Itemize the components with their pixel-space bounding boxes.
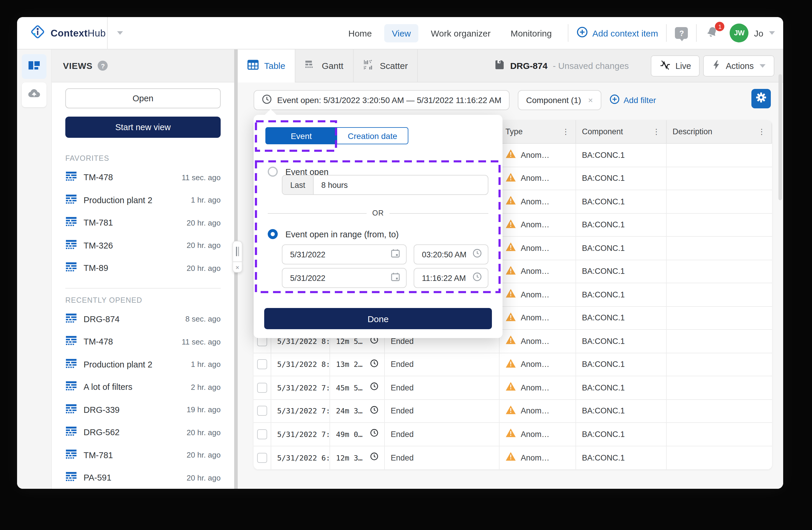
row-checkbox[interactable] (257, 429, 267, 439)
clock-icon[interactable] (473, 272, 482, 284)
to-time-input[interactable]: 11:16:22 AM (414, 268, 488, 288)
recent-item[interactable]: TM-781 20 hr. ago (65, 444, 221, 466)
event-open-date: 5/31/2022 8:06… (277, 360, 330, 369)
done-button[interactable]: Done (264, 308, 492, 329)
row-checkbox[interactable] (257, 360, 267, 369)
column-label: Type (505, 127, 523, 136)
table-row[interactable]: 5/31/2022 6:38… 12m 3… Ended Anom… BA:CO… (253, 446, 772, 469)
table-row[interactable]: 5/31/2022 7:07… 45m 5… Ended Anom… BA:CO… (253, 376, 772, 400)
warning-icon (505, 196, 516, 208)
open-view-button[interactable]: Open (65, 88, 221, 108)
table-settings-button[interactable] (751, 89, 771, 108)
clock-icon (370, 406, 378, 416)
nav-monitoring[interactable]: Monitoring (503, 24, 559, 42)
event-open-date: 5/31/2022 8:07… (277, 337, 330, 346)
rail-upload-button[interactable] (22, 82, 46, 107)
recent-item[interactable]: DRG-562 20 hr. ago (65, 421, 221, 444)
actions-button[interactable]: Actions (704, 55, 774, 76)
favorite-item[interactable]: TM-781 20 hr. ago (65, 211, 221, 234)
brand-chevron-down-icon[interactable] (117, 31, 123, 35)
warning-icon (505, 405, 516, 417)
component-filter-chip[interactable]: Component (1) × (518, 90, 601, 110)
row-checkbox[interactable] (257, 453, 267, 463)
event-open-range-radio-row[interactable]: Event open in range (from, to) (268, 229, 398, 239)
event-duration: 45m 5… (336, 383, 362, 392)
favorite-item[interactable]: TM-89 20 hr. ago (65, 257, 221, 279)
divider (568, 24, 568, 42)
column-menu-icon[interactable]: ⋮ (653, 127, 660, 136)
event-component: BA:CONC.1 (582, 313, 625, 322)
user-name[interactable]: Jo (754, 28, 764, 38)
add-context-item-button[interactable]: Add context item (577, 27, 658, 40)
avatar[interactable]: JW (730, 24, 749, 42)
column-header-description[interactable]: Description ⋮ (667, 120, 772, 143)
start-new-view-button[interactable]: Start new view (65, 116, 221, 138)
splitter-close-icon[interactable]: × (232, 262, 243, 273)
warning-icon (505, 219, 516, 231)
splitter-drag-handle[interactable] (232, 241, 243, 262)
to-date-input[interactable]: 5/31/2022 (282, 268, 407, 288)
radio-checked-icon[interactable] (268, 229, 278, 239)
tab-gantt[interactable]: Gantt (295, 49, 353, 82)
event-open-filter-chip[interactable]: Event open: 5/31/2022 3:20:50 AM — 5/31/… (253, 90, 510, 110)
column-header-component[interactable]: Component ⋮ (576, 120, 667, 143)
recent-time: 19 hr. ago (187, 405, 221, 414)
calendar-icon[interactable] (391, 272, 400, 284)
clock-icon (370, 359, 378, 370)
live-button[interactable]: Live (651, 55, 700, 76)
last-prefix: Last (282, 176, 314, 194)
from-time-value: 03:20:50 AM (422, 250, 467, 259)
favorite-item[interactable]: TM-326 20 hr. ago (65, 234, 221, 257)
help-icon[interactable]: ? (675, 27, 688, 39)
favorite-item[interactable]: Production plant 2 1 hr. ago (65, 189, 221, 211)
event-type: Anom… (521, 197, 550, 206)
save-icon[interactable] (494, 59, 505, 72)
table-row[interactable]: 5/31/2022 7:06… 24m 3… Ended Anom… BA:CO… (253, 400, 772, 423)
last-duration-input[interactable]: Last 8 hours (282, 175, 488, 195)
views-help-icon[interactable]: ? (98, 61, 108, 71)
table-scrollbar[interactable] (779, 74, 782, 200)
sidebar-splitter[interactable]: × (232, 241, 243, 273)
recent-item[interactable]: Production plant 2 1 hr. ago (65, 353, 221, 376)
notifications-bell-icon[interactable]: 1 (705, 25, 721, 41)
remove-filter-icon[interactable]: × (588, 95, 593, 105)
popup-tab-creation-date[interactable]: Creation date (337, 127, 408, 144)
warning-icon (505, 452, 516, 464)
favorite-item[interactable]: TM-478 11 sec. ago (65, 166, 221, 189)
user-menu-chevron-down-icon[interactable] (769, 31, 775, 35)
divider (65, 288, 221, 288)
views-body: Open Start new view FAVORITES TM-478 11 … (52, 82, 234, 489)
clock-icon[interactable] (473, 249, 482, 260)
clock-icon (370, 429, 378, 440)
recent-item[interactable]: DRG-874 8 sec. ago (65, 308, 221, 330)
column-header-type[interactable]: Type ⋮ (499, 120, 576, 143)
view-actions: Live Actions (651, 55, 783, 76)
actions-chevron-down-icon (760, 64, 766, 67)
recent-item[interactable]: PA-591 20 hr. ago (65, 466, 221, 489)
radio-unchecked-icon[interactable] (268, 167, 278, 177)
nav-work-organizer[interactable]: Work organizer (423, 24, 498, 42)
tab-scatter[interactable]: Scatter (353, 49, 418, 82)
recent-item[interactable]: TM-478 11 sec. ago (65, 330, 221, 353)
from-date-input[interactable]: 5/31/2022 (282, 245, 407, 264)
table-row[interactable]: 5/31/2022 7:05… 49m 0… Ended Anom… BA:CO… (253, 423, 772, 446)
row-checkbox[interactable] (257, 406, 267, 416)
row-checkbox[interactable] (257, 383, 267, 393)
brand[interactable]: ContextHub (17, 17, 108, 49)
recent-item[interactable]: DRG-339 19 hr. ago (65, 399, 221, 421)
column-menu-icon[interactable]: ⋮ (562, 127, 569, 136)
from-time-input[interactable]: 03:20:50 AM (414, 245, 488, 264)
calendar-icon[interactable] (391, 249, 400, 260)
recent-item[interactable]: A lot of filters 2 hr. ago (65, 376, 221, 399)
popup-tab-event[interactable]: Event (265, 127, 337, 144)
nav-view[interactable]: View (384, 24, 419, 42)
table-row[interactable]: 5/31/2022 8:06… 13m 2… Ended Anom… BA:CO… (253, 353, 772, 376)
rail-views-button[interactable] (22, 54, 46, 79)
nav-home[interactable]: Home (341, 24, 379, 42)
plus-circle-icon (577, 27, 588, 40)
tab-table[interactable]: Table (238, 49, 295, 82)
view-table-icon (65, 216, 77, 230)
add-filter-button[interactable]: Add filter (609, 94, 656, 106)
or-divider: OR (268, 208, 488, 219)
column-menu-icon[interactable]: ⋮ (758, 127, 766, 136)
